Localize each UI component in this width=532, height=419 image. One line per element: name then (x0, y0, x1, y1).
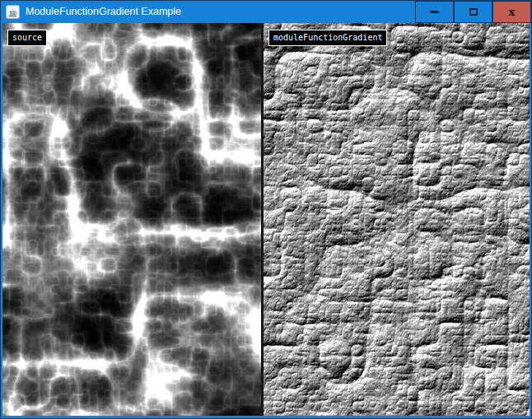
module-function-gradient-image (264, 23, 530, 416)
titlebar[interactable]: ModuleFunctionGradient Example x (1, 1, 531, 23)
close-button[interactable]: x (492, 1, 531, 23)
java-cup-icon (6, 5, 20, 19)
window-title: ModuleFunctionGradient Example (26, 1, 181, 23)
close-x-icon: x (509, 7, 516, 17)
app-window: ModuleFunctionGradient Example x source … (0, 0, 532, 419)
source-image (2, 23, 261, 416)
maximize-square-icon (469, 8, 478, 16)
panel-gradient: moduleFunctionGradient (264, 23, 530, 416)
module-function-gradient-label: moduleFunctionGradient (268, 30, 387, 46)
panel-source: source (2, 23, 261, 416)
content-area: source moduleFunctionGradient (1, 23, 531, 418)
window-controls: x (415, 1, 531, 23)
maximize-button[interactable] (454, 1, 492, 23)
source-label: source (7, 30, 47, 46)
minimize-button[interactable] (415, 1, 454, 23)
minimize-dash-icon (430, 11, 439, 13)
